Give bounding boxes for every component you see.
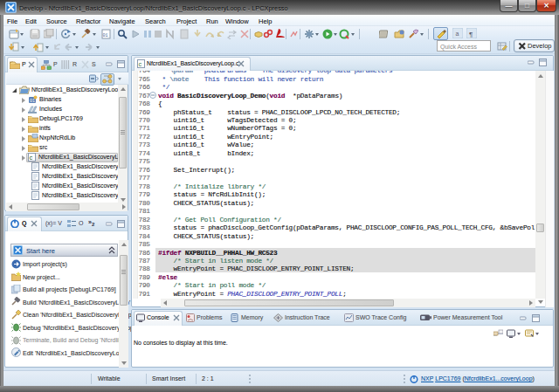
- svg-text:¶: ¶: [469, 31, 473, 38]
- svg-text:c: c: [30, 155, 33, 162]
- svg-text:01: 01: [30, 99, 35, 104]
- svg-text:01: 01: [103, 33, 108, 38]
- svg-text:c: c: [139, 62, 142, 68]
- svg-text:a: a: [456, 31, 459, 37]
